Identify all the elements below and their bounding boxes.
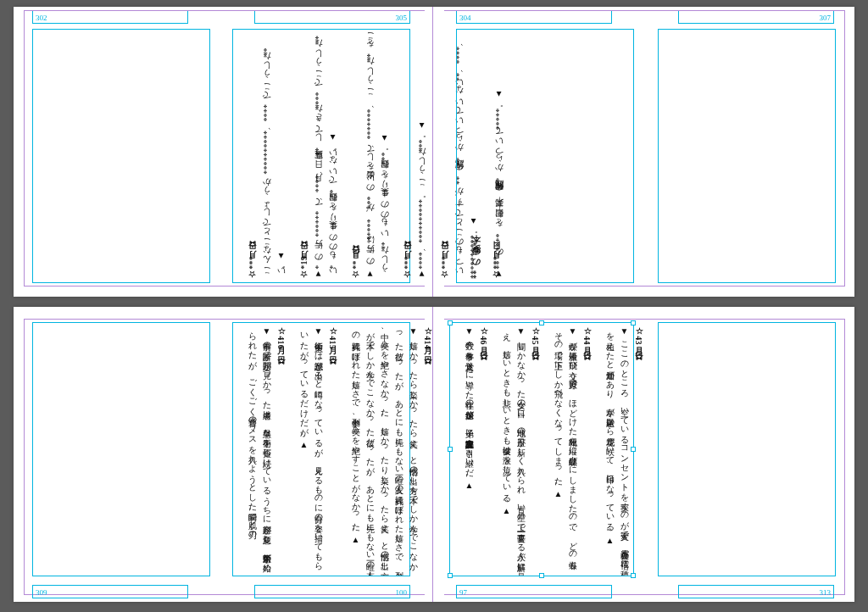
story-text: [33, 323, 40, 576]
resize-handle[interactable]: [631, 573, 636, 578]
text-frame[interactable]: [32, 29, 210, 283]
text-frame[interactable]: **の夢の本** ▼**の****を囲む邦楽――年間施設の**からついて****…: [456, 29, 634, 283]
page-number-frame[interactable]: 309: [32, 585, 188, 598]
resize-handle[interactable]: [539, 573, 544, 578]
page-number: 100: [396, 588, 408, 597]
text-frame-selected[interactable]: ☆4月3日☆▼ここのところ、空いているコンセントを探すのが大変で、電力会社が電信…: [449, 322, 634, 576]
spread-bottom: ☆4月14日☆▼嬉しかったら楽しかったら笑え、と感情の出し方を本でしか学んでこな…: [14, 307, 854, 602]
page-number-frame[interactable]: 100: [254, 585, 410, 598]
page-number-frame[interactable]: 313: [678, 585, 834, 598]
page-number-frame[interactable]: 97: [456, 585, 612, 598]
story-text: **の夢の本** ▼**の****を囲む邦楽――年間施設の**からついて****…: [457, 30, 518, 282]
story-text: [659, 30, 665, 282]
text-frame[interactable]: [658, 29, 836, 283]
page-number: 313: [820, 588, 832, 597]
resize-handle[interactable]: [448, 447, 453, 452]
story-text: [659, 323, 665, 576]
resize-handle[interactable]: [448, 320, 453, 325]
resize-handle[interactable]: [539, 320, 544, 325]
story-text: [33, 30, 40, 282]
story-text: ☆4月14日☆▼嬉しかったら楽しかったら笑え、と感情の出し方を本でしか学んでこな…: [233, 323, 447, 576]
text-frame[interactable]: [32, 322, 210, 576]
text-frame[interactable]: ☆4月14日☆▼嬉しかったら楽しかったら笑え、と感情の出し方を本でしか学んでこな…: [232, 322, 410, 576]
resize-handle[interactable]: [448, 573, 453, 578]
text-frame[interactable]: [658, 322, 836, 576]
resize-handle[interactable]: [631, 320, 636, 325]
page-number: 97: [459, 588, 467, 597]
story-text: ☆4月3日☆▼ここのところ、空いているコンセントを探すのが大変で、電力会社が電信…: [450, 323, 658, 576]
spread-top: 302 305 304 307 ☆*月**日☆こんなことでしょうか、******…: [14, 7, 854, 297]
resize-handle[interactable]: [631, 447, 636, 452]
page-number: 309: [36, 588, 47, 597]
layout-canvas[interactable]: 302 305 304 307 ☆*月**日☆こんなことでしょうか、******…: [0, 0, 868, 612]
text-frame[interactable]: ☆*月**日☆こんなことでしょうか、**********、****でこうした**…: [232, 29, 410, 283]
